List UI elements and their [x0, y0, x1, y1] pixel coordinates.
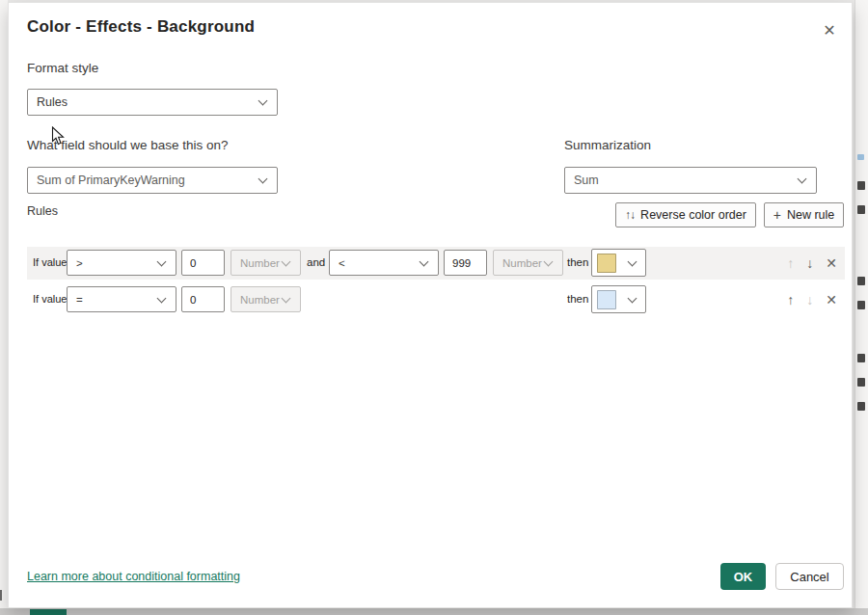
move-up-icon[interactable]: ↑: [787, 292, 794, 308]
background-icon: [857, 154, 864, 160]
rule2-color-picker[interactable]: [591, 285, 646, 313]
chevron-down-icon: [282, 256, 291, 266]
rules-label: Rules: [27, 204, 58, 218]
new-rule-label: New rule: [787, 208, 834, 222]
rule2-actions: ↑ ↓ ✕: [787, 283, 837, 315]
background-icon: [857, 205, 865, 214]
rule1-operator2-dropdown[interactable]: <: [329, 250, 439, 276]
chevron-down-icon: [798, 174, 807, 184]
plus-icon: +: [773, 207, 781, 223]
rule1-max-value-input[interactable]: [444, 250, 487, 276]
move-down-icon[interactable]: ↓: [806, 255, 813, 271]
dialog-title: Color - Effects - Background: [27, 17, 255, 37]
rule1-operator1-dropdown[interactable]: >: [67, 250, 176, 276]
then-label: then: [567, 250, 588, 276]
delete-rule-icon[interactable]: ✕: [826, 255, 837, 271]
close-icon[interactable]: ✕: [819, 19, 840, 40]
rule1-actions: ↑ ↓ ✕: [787, 247, 837, 280]
format-style-dropdown[interactable]: Rules: [27, 89, 278, 116]
rule2-operator1-dropdown[interactable]: =: [67, 286, 176, 312]
and-label: and: [307, 250, 325, 276]
delete-rule-icon[interactable]: ✕: [826, 292, 837, 308]
if-value-label: If value: [33, 286, 67, 312]
background-left-strip: [0, 0, 8, 615]
background-icon: [857, 301, 865, 309]
background-icon: [857, 277, 865, 285]
summarization-value: Sum: [574, 174, 599, 187]
chevron-down-icon: [282, 293, 291, 303]
summarization-dropdown[interactable]: Sum: [564, 167, 817, 194]
background-icon: [857, 354, 865, 362]
screen: Color - Effects - Background ✕ Format st…: [0, 0, 868, 615]
format-style-label: Format style: [27, 61, 98, 75]
format-style-value: Rules: [37, 95, 68, 109]
rule1-min-value-input[interactable]: [181, 250, 225, 276]
then-label: then: [567, 286, 588, 312]
rule1-operator2-value: <: [339, 257, 345, 269]
chevron-down-icon: [628, 256, 637, 266]
base-field-label: What field should we base this on?: [27, 138, 229, 152]
background-bottom-strip: [0, 608, 868, 615]
rule1-operator1-value: >: [76, 257, 83, 269]
move-up-icon: ↑: [787, 255, 794, 271]
background-icon: [857, 378, 865, 387]
learn-more-link[interactable]: Learn more about conditional formatting: [27, 570, 240, 583]
rule1-max-type-dropdown: Number: [493, 250, 563, 276]
rule2-type-value: Number: [240, 294, 280, 306]
base-field-dropdown[interactable]: Sum of PrimaryKeyWarning: [27, 167, 278, 194]
background-icon: [857, 402, 865, 411]
chevron-down-icon: [628, 293, 637, 303]
new-rule-button[interactable]: + New rule: [764, 202, 844, 227]
rule1-min-type-value: Number: [240, 257, 280, 269]
chevron-down-icon: [544, 256, 554, 266]
chevron-down-icon: [157, 256, 167, 266]
reverse-color-order-button[interactable]: ↑↓ Reverse color order: [615, 202, 756, 227]
chevron-down-icon: [258, 96, 268, 106]
rule1-min-type-dropdown: Number: [231, 250, 301, 276]
rule2-type-dropdown: Number: [231, 286, 301, 312]
rule1-max-type-value: Number: [502, 257, 542, 269]
background-icon: [857, 181, 865, 190]
rule1-color-swatch: [597, 254, 616, 273]
background-tick: [0, 590, 2, 601]
rule2-color-swatch: [597, 290, 616, 309]
background-teal-fragment: [30, 609, 67, 615]
summarization-label: Summarization: [564, 138, 651, 152]
reverse-color-order-label: Reverse color order: [640, 208, 746, 222]
rule-row-1: If value > Number and < Number then: [27, 247, 845, 280]
if-value-label: If value: [33, 250, 67, 276]
move-down-icon: ↓: [806, 292, 813, 308]
ok-button[interactable]: OK: [720, 563, 766, 590]
conditional-formatting-dialog: Color - Effects - Background ✕ Format st…: [8, 2, 853, 608]
chevron-down-icon: [157, 293, 167, 303]
base-field-value: Sum of PrimaryKeyWarning: [37, 174, 185, 187]
chevron-down-icon: [420, 256, 429, 266]
background-field-pane: [854, 0, 868, 615]
sort-arrows-icon: ↑↓: [625, 208, 635, 222]
rule1-color-picker[interactable]: [591, 249, 646, 277]
cancel-button[interactable]: Cancel: [775, 563, 844, 590]
rule2-operator1-value: =: [76, 294, 83, 306]
rule-row-2: If value = Number then ↑ ↓ ✕: [27, 283, 845, 315]
rule2-value-input[interactable]: [181, 286, 225, 312]
chevron-down-icon: [258, 174, 268, 184]
